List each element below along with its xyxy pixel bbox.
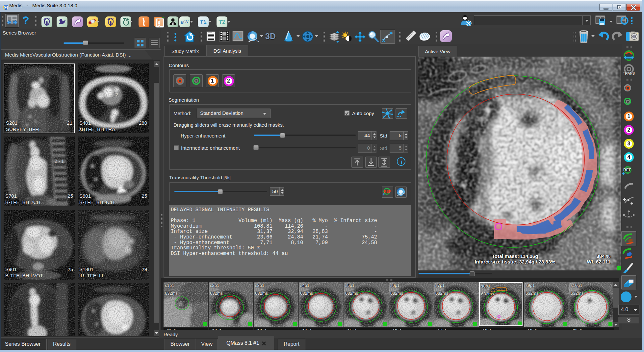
svg-text:TRANS: TRANS xyxy=(623,71,635,75)
svg-text:T2: T2 xyxy=(218,19,225,26)
svg-text:ECV: ECV xyxy=(180,19,189,25)
svg-text:2 - 1: 2 - 1 xyxy=(55,159,64,164)
svg-text:xls: xls xyxy=(162,16,165,19)
svg-text:2 - 2: 2 - 2 xyxy=(116,163,126,169)
svg-text:T1: T1 xyxy=(199,19,207,26)
svg-text:2 - 2: 2 - 2 xyxy=(109,92,118,97)
svg-text:1 - 1: 1 - 1 xyxy=(32,100,41,105)
svg-text:M: M xyxy=(4,5,8,10)
